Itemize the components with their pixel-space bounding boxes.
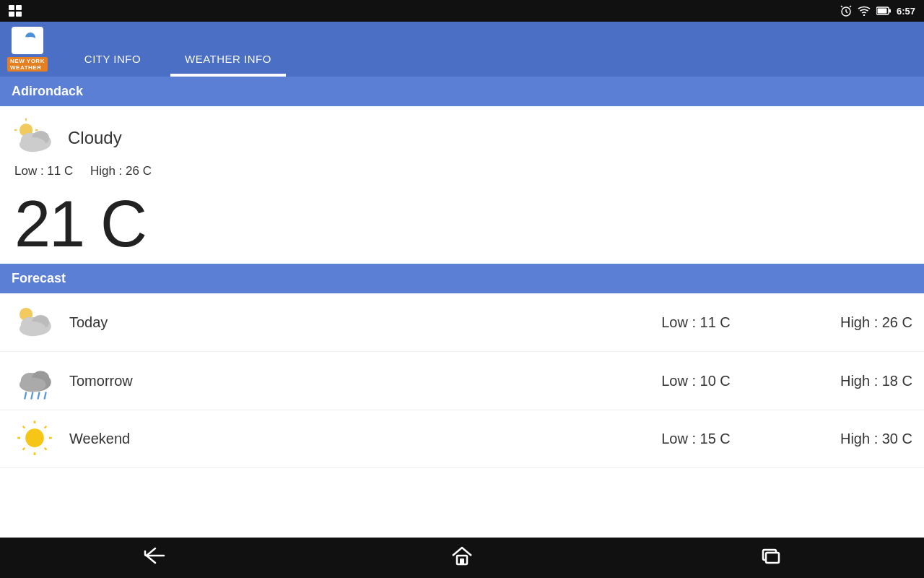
current-condition: Cloudy: [68, 128, 122, 148]
forecast-item-today: Today Low : 11 C High : 26 C: [0, 293, 924, 352]
forecast-low-weekend: Low : 15 C: [624, 431, 768, 447]
forecast-icon-weekend: [12, 419, 58, 460]
tab-bar: NEW YORK WEATHER CITY INFO WEATHER INFO: [0, 22, 924, 77]
logo-weather-icon: [14, 30, 40, 51]
tab-weather-info-label: WEATHER INFO: [185, 53, 271, 69]
status-left: [9, 5, 23, 17]
svg-line-6: [846, 12, 847, 13]
back-icon: [142, 545, 165, 566]
current-weather-icon: [12, 118, 58, 158]
forecast-title: Forecast: [12, 271, 66, 285]
svg-line-44: [23, 426, 25, 428]
svg-line-35: [25, 392, 26, 398]
home-icon: [450, 545, 474, 566]
logo-icon: [12, 27, 43, 54]
tab-city-info-label: CITY INFO: [84, 53, 141, 69]
current-temp-range: Low : 11 C High : 26 C: [12, 164, 912, 178]
svg-rect-49: [460, 558, 464, 564]
tab-weather-info[interactable]: WEATHER INFO: [170, 22, 286, 77]
status-time: 6:57: [897, 6, 915, 17]
wifi-icon: [858, 6, 871, 16]
forecast-icon-tomorrow: [12, 361, 58, 401]
status-right: 6:57: [840, 5, 915, 17]
alarm-icon: [840, 5, 852, 17]
svg-rect-2: [9, 12, 14, 17]
forecast-item-tomorrow: Tomorrow Low : 10 C High : 18 C: [0, 352, 924, 410]
city-section-header: Adirondack: [0, 77, 924, 106]
forecast-low-today: Low : 11 C: [624, 314, 768, 331]
svg-line-8: [850, 6, 851, 7]
svg-line-7: [841, 6, 842, 7]
svg-line-47: [45, 447, 47, 449]
forecast-day-today: Today: [69, 314, 624, 331]
current-high: High : 26 C: [90, 164, 152, 178]
svg-rect-51: [766, 553, 779, 563]
svg-point-30: [19, 322, 46, 336]
current-weather-top: Cloudy: [12, 118, 912, 158]
svg-point-34: [19, 377, 46, 392]
forecast-day-tomorrow: Tomorrow: [69, 373, 624, 389]
recents-icon: [759, 545, 782, 566]
nav-bar: [0, 538, 924, 578]
svg-line-45: [45, 426, 47, 428]
forecast-high-weekend: High : 30 C: [768, 431, 912, 447]
forecast-icon-today: [12, 302, 58, 342]
svg-line-36: [31, 392, 32, 398]
current-weather: Cloudy Low : 11 C High : 26 C 21 C: [0, 106, 924, 264]
forecast-header: Forecast: [0, 264, 924, 293]
forecast-high-tomorrow: High : 18 C: [768, 373, 912, 389]
svg-rect-12: [877, 9, 886, 14]
logo-label: NEW YORK WEATHER: [7, 57, 48, 72]
tab-city-info[interactable]: CITY INFO: [55, 22, 170, 77]
status-bar: 6:57: [0, 0, 924, 22]
forecast-low-tomorrow: Low : 10 C: [624, 373, 768, 389]
logo-top-line: NEW YORK: [10, 58, 45, 64]
forecast-day-weekend: Weekend: [69, 431, 624, 447]
recents-button[interactable]: [730, 540, 811, 576]
back-button[interactable]: [113, 540, 194, 576]
svg-rect-1: [16, 5, 22, 10]
svg-rect-3: [16, 12, 22, 17]
app-logo: NEW YORK WEATHER: [0, 22, 55, 77]
current-temp-display: 21 C: [12, 191, 912, 256]
logo-bottom-line: WEATHER: [10, 64, 41, 71]
forecast-high-today: High : 26 C: [768, 314, 912, 331]
svg-point-16: [17, 38, 38, 48]
svg-rect-11: [889, 9, 891, 13]
svg-rect-0: [9, 5, 14, 10]
tab-city-info-underline: [55, 74, 170, 77]
svg-line-38: [45, 392, 46, 398]
battery-icon: [876, 7, 891, 15]
home-button[interactable]: [422, 540, 502, 576]
svg-line-37: [38, 392, 40, 398]
svg-point-9: [863, 14, 865, 16]
current-low: Low : 11 C: [14, 164, 73, 178]
forecast-section: Forecast Today Low : 11 C High : 26 C T: [0, 264, 924, 468]
forecast-item-weekend: Weekend Low : 15 C High : 30 C: [0, 410, 924, 468]
grid-icon: [9, 5, 23, 17]
city-name: Adirondack: [12, 84, 83, 98]
svg-point-25: [19, 137, 46, 152]
svg-point-39: [25, 428, 44, 447]
tab-weather-info-underline: [170, 74, 286, 77]
svg-line-46: [23, 447, 25, 449]
